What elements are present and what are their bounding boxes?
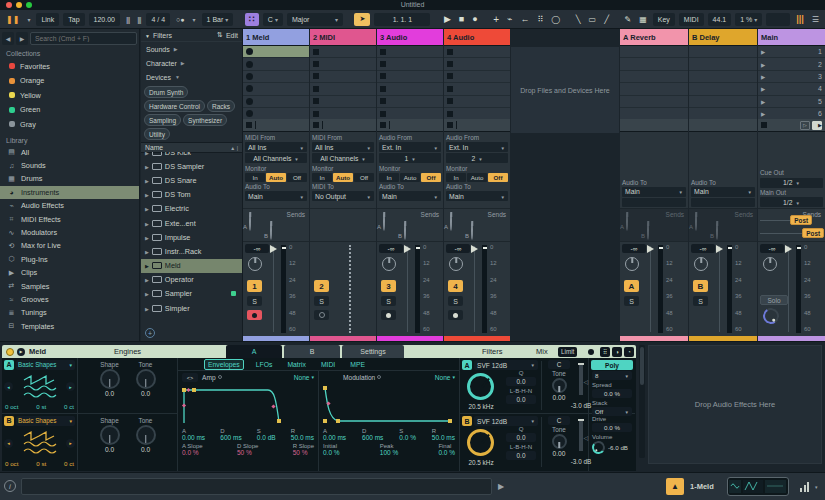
search-input[interactable] bbox=[30, 32, 137, 45]
zoom-window-icon[interactable] bbox=[26, 2, 32, 8]
show-device-chain-button[interactable] bbox=[666, 478, 684, 495]
prev-shape-icon[interactable]: ◂ bbox=[4, 382, 13, 391]
track-header[interactable]: A Reverb bbox=[620, 29, 688, 46]
scene-play-icon[interactable] bbox=[761, 48, 765, 55]
ramp-icon[interactable] bbox=[602, 13, 611, 26]
browser-forward-button[interactable]: ▶ bbox=[16, 32, 28, 45]
output-type-menu[interactable]: Main bbox=[691, 187, 755, 197]
tone-knob[interactable] bbox=[136, 425, 156, 445]
computer-midi-keyboard-button[interactable] bbox=[637, 13, 649, 26]
key-map-button[interactable]: Key bbox=[653, 13, 675, 26]
result-item[interactable]: Electric bbox=[141, 202, 242, 216]
env-slope-value[interactable]: 0.0 % bbox=[182, 449, 203, 456]
track-activator[interactable]: 1 bbox=[247, 280, 262, 292]
clip-slot[interactable] bbox=[243, 71, 309, 83]
oscillator-preset-menu[interactable]: Basic Shapes bbox=[16, 360, 75, 370]
stop-button[interactable] bbox=[457, 13, 466, 26]
limit-toggle[interactable]: Limit bbox=[558, 347, 577, 357]
env-param-value[interactable]: 0.0 dB bbox=[257, 434, 276, 441]
arm-button[interactable] bbox=[448, 310, 463, 320]
solo-button[interactable]: S bbox=[448, 296, 463, 306]
automation-arm-button[interactable] bbox=[505, 13, 514, 26]
browser-back-button[interactable]: ◀ bbox=[2, 32, 14, 45]
volume-field[interactable]: -∞ bbox=[379, 244, 403, 253]
play-button[interactable] bbox=[442, 13, 453, 26]
volume-fader[interactable] bbox=[647, 245, 654, 253]
pan-knob[interactable] bbox=[625, 257, 639, 271]
monitor-in-button[interactable]: In bbox=[379, 173, 399, 182]
chevron-down-icon[interactable] bbox=[25, 13, 32, 26]
time-signature-field[interactable]: 4 / 4 bbox=[146, 13, 170, 26]
capture-midi-button[interactable] bbox=[549, 13, 562, 26]
library-item[interactable]: ≈ Grooves bbox=[0, 293, 139, 306]
waveform-display[interactable] bbox=[19, 430, 61, 456]
env-slope-value[interactable]: 100 % bbox=[380, 449, 398, 456]
clip-slot[interactable] bbox=[444, 83, 510, 95]
clip-slot[interactable] bbox=[310, 46, 376, 58]
volume-field[interactable]: -∞ bbox=[622, 244, 646, 253]
result-item[interactable]: Operator bbox=[141, 273, 242, 287]
result-item[interactable]: Simpler bbox=[141, 301, 242, 315]
pan-knob[interactable] bbox=[248, 257, 262, 271]
volume-fader[interactable] bbox=[471, 245, 478, 253]
volume-fader[interactable] bbox=[270, 245, 277, 253]
track-header[interactable]: 3 Audio bbox=[377, 29, 443, 46]
voices-menu[interactable]: 8 bbox=[592, 371, 632, 380]
semitone-field[interactable]: 0 st bbox=[36, 460, 46, 469]
filter-tone-value[interactable]: 0.00 bbox=[553, 450, 566, 457]
library-item[interactable]: ⟲ Max for Live bbox=[0, 239, 139, 252]
session-record-button[interactable] bbox=[535, 13, 545, 26]
send-a-knob[interactable] bbox=[695, 212, 697, 231]
send-a-knob[interactable] bbox=[383, 212, 385, 231]
scene-row[interactable]: 5 bbox=[758, 96, 825, 108]
env-slope-value[interactable]: 50 % bbox=[237, 449, 258, 456]
cent-field[interactable]: 0 ct bbox=[64, 403, 74, 412]
result-item[interactable]: Instr...Rack bbox=[141, 244, 242, 258]
waveform-display[interactable] bbox=[19, 374, 61, 400]
oscillator-preset-menu[interactable]: Basic Shapes bbox=[16, 416, 75, 426]
hot-swap-icon[interactable] bbox=[17, 348, 25, 356]
scene-row[interactable]: 6 bbox=[758, 108, 825, 119]
scene-row[interactable]: 2 bbox=[758, 58, 825, 70]
clip-slot[interactable] bbox=[444, 96, 510, 108]
solo-button[interactable]: S bbox=[624, 296, 639, 306]
filter-chip[interactable]: Drum Synth bbox=[144, 86, 188, 98]
filter-freq-value[interactable]: 20.5 kHz bbox=[460, 459, 502, 466]
morph-value[interactable]: 0.0 bbox=[506, 451, 536, 460]
poly-toggle[interactable]: Poly bbox=[591, 360, 633, 370]
env-param-value[interactable]: 600 ms bbox=[220, 434, 241, 441]
sort-icon[interactable] bbox=[230, 144, 238, 151]
track-drop-area[interactable]: Drop Files and Devices Here bbox=[511, 29, 619, 341]
scene-play-icon[interactable] bbox=[761, 98, 765, 105]
edit-filters-button[interactable]: Edit bbox=[226, 32, 238, 39]
drive-value[interactable]: 0.0 % bbox=[592, 423, 632, 432]
arm-button[interactable] bbox=[381, 310, 396, 320]
expand-icon[interactable] bbox=[145, 152, 149, 157]
send-a-knob[interactable] bbox=[249, 212, 251, 231]
input-channel-menu[interactable]: 1 bbox=[379, 153, 441, 163]
monitor-in-button[interactable]: In bbox=[312, 173, 332, 182]
clip-stop-row[interactable] bbox=[310, 119, 376, 132]
clip-slot[interactable] bbox=[444, 46, 510, 58]
scale-name-menu[interactable]: Major bbox=[287, 13, 343, 26]
device-chain-thumbnail[interactable] bbox=[727, 477, 789, 496]
push-status-icon[interactable] bbox=[4, 13, 21, 26]
monitor-auto-button[interactable]: Auto bbox=[400, 173, 420, 182]
env-param-value[interactable]: 600 ms bbox=[362, 434, 383, 441]
scene-row[interactable]: 4 bbox=[758, 83, 825, 95]
library-item[interactable]: ≣ Tunings bbox=[0, 306, 139, 319]
output-levels-icon[interactable] bbox=[800, 481, 809, 492]
monitor-auto-button[interactable]: Auto bbox=[333, 173, 353, 182]
clip-slot[interactable] bbox=[377, 46, 443, 58]
result-item[interactable]: Exte...ent bbox=[141, 216, 242, 230]
send-a-knob[interactable] bbox=[626, 212, 628, 231]
close-window-icon[interactable] bbox=[6, 2, 12, 8]
cent-field[interactable]: 0 ct bbox=[64, 460, 74, 469]
filter-chip[interactable]: Racks bbox=[207, 100, 235, 112]
clip-slot[interactable] bbox=[243, 83, 309, 95]
expand-icon[interactable] bbox=[145, 190, 149, 199]
result-item[interactable]: DS Kick bbox=[141, 152, 242, 159]
volume-field[interactable]: -∞ bbox=[446, 244, 470, 253]
output-type-menu[interactable]: Main bbox=[379, 191, 441, 201]
device-scrollbar[interactable] bbox=[639, 345, 645, 458]
